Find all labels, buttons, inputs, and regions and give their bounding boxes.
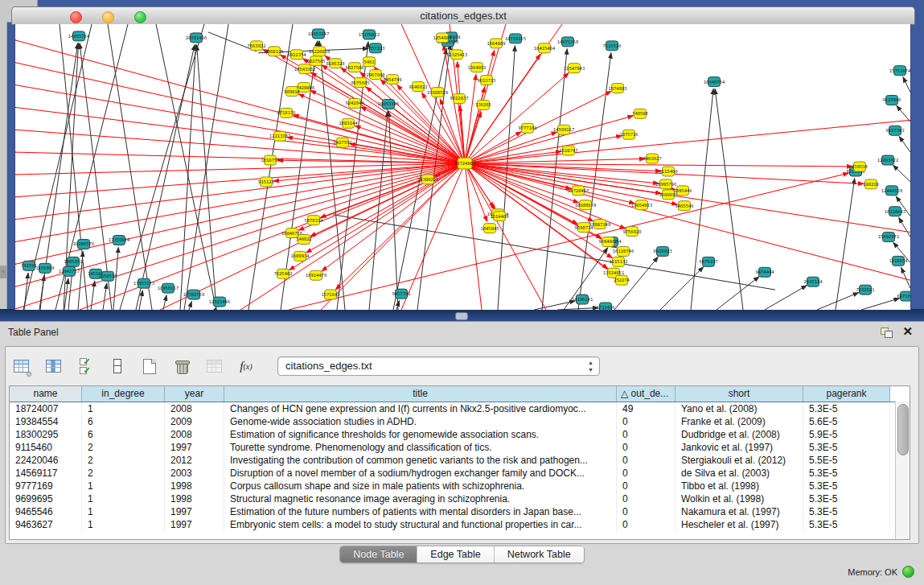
graph-node[interactable]: 9827508 (345, 63, 363, 72)
panel-collapse-handle[interactable]: ‹ (0, 266, 6, 278)
row-height-icon[interactable] (107, 356, 128, 377)
graph-node[interactable]: 8427552 (333, 138, 351, 147)
graph-node[interactable]: 8186328 (326, 59, 344, 68)
column-visibility-icon[interactable] (43, 356, 64, 377)
graph-node[interactable]: 159538 (852, 162, 868, 171)
graph-node[interactable]: 10688639 (575, 200, 596, 210)
graph-node[interactable]: 7857223 (366, 43, 384, 53)
graph-node[interactable]: 9474444 (755, 267, 774, 277)
graph-node[interactable]: 136265 (475, 100, 491, 109)
graph-node[interactable]: 19654923 (631, 200, 652, 210)
graph-node[interactable]: 15751074 (889, 66, 910, 76)
graph-node[interactable]: 989014 (284, 87, 301, 97)
graph-node[interactable]: 10415404 (534, 43, 556, 53)
graph-node[interactable]: 14196141 (572, 295, 593, 304)
graph-node[interactable]: 6479197 (699, 257, 717, 266)
table-row[interactable]: 1872400712008Changes of HCN gene express… (10, 402, 910, 415)
graph-node[interactable]: 1364091 (467, 63, 486, 72)
table-body[interactable]: 1872400712008Changes of HCN gene express… (10, 402, 910, 531)
column-header-out_de[interactable]: △ out_de... (617, 386, 676, 402)
graph-node[interactable]: 14055724 (68, 31, 90, 41)
tab-edge-table[interactable]: Edge Table (417, 546, 494, 562)
graph-node[interactable]: 1156869 (35, 263, 54, 273)
graph-node[interactable]: 9463627 (643, 154, 661, 163)
table-header-row[interactable]: namein_degreeyeartitle△ out_de...shortpa… (10, 386, 910, 402)
row-selection-icon[interactable]: ✓ ✓ (75, 356, 96, 377)
node-table[interactable]: namein_degreeyeartitle△ out_de...shortpa… (9, 385, 910, 540)
graph-node[interactable]: 108220 (863, 179, 879, 189)
graph-node[interactable]: 7625402 (273, 269, 292, 278)
table-row[interactable]: 946554611997Estimation of the future num… (10, 505, 910, 518)
graph-node[interactable]: 20691406 (186, 33, 207, 43)
graph-node[interactable]: 8675685 (351, 78, 369, 88)
hub-node[interactable]: 18724007 (454, 158, 475, 169)
table-row[interactable]: 946362711997Embryonic stem cells: a mode… (10, 518, 910, 531)
network-canvas[interactable]: 1872400714055724206914061065324715276022… (15, 24, 910, 310)
graph-node[interactable]: 10653247 (308, 29, 329, 39)
graph-node[interactable]: 1810755 (261, 155, 279, 165)
graph-node[interactable]: 252274 (614, 275, 630, 285)
graph-node[interactable]: 7515526 (602, 41, 621, 51)
graph-node[interactable]: 12093822 (877, 155, 898, 165)
graph-node[interactable]: 10719155 (505, 34, 526, 43)
graph-node[interactable]: 12942757 (59, 266, 80, 276)
table-row[interactable]: 969969511998Structural magnetic resonanc… (10, 492, 910, 505)
graph-node[interactable]: 18226058 (309, 47, 330, 56)
graph-node[interactable]: 1733426 (596, 303, 614, 310)
close-panel-icon[interactable]: ✕ (902, 324, 913, 339)
table-row[interactable]: 1456911722003Disruption of a novel membe… (10, 467, 910, 480)
graph-node[interactable]: 9465546 (675, 201, 693, 211)
tab-node-table[interactable]: Node Table (340, 546, 417, 562)
graph-node[interactable]: 12444158 (881, 186, 902, 196)
graph-node[interactable]: 20053346 (378, 99, 399, 109)
column-header-pagerank[interactable]: pagerank (803, 386, 890, 402)
graph-node[interactable]: 15720407 (568, 186, 589, 196)
network-window-titlebar[interactable]: citations_edges.txt (11, 6, 915, 25)
graph-node[interactable]: 9860125 (265, 47, 283, 56)
graph-node[interactable]: 16648784 (704, 77, 725, 87)
graph-node[interactable]: 8454749 (383, 75, 401, 84)
tab-network-table[interactable]: Network Table (495, 546, 584, 562)
table-row[interactable]: 1830029562008Estimation of significance … (10, 428, 910, 441)
column-header-title[interactable]: title (224, 386, 617, 402)
graph-node[interactable]: 15276022 (359, 30, 380, 39)
function-builder-icon[interactable]: f(x) (236, 356, 257, 377)
graph-node[interactable]: 16914479 (306, 270, 326, 280)
table-row[interactable]: 1938455462009Genome-wide association stu… (10, 415, 910, 428)
graph-node[interactable]: 9129966 (882, 96, 901, 105)
table-options-icon[interactable]: ⚙ (10, 356, 31, 377)
graph-node[interactable]: 391591 (21, 261, 37, 270)
graph-node[interactable]: 12923446 (209, 297, 230, 307)
graph-node[interactable]: 14671358 (557, 37, 578, 47)
graph-node[interactable]: 15692971 (878, 233, 899, 242)
graph-node[interactable]: 9756928 (622, 227, 641, 237)
graph-node[interactable]: 9115460 (659, 167, 677, 176)
column-header-short[interactable]: short (676, 386, 803, 402)
delete-table-icon[interactable] (171, 356, 192, 377)
graph-node[interactable]: 11547943 (564, 64, 585, 73)
graph-node[interactable]: 1210654 (889, 256, 908, 266)
graph-node[interactable]: 10958167 (158, 283, 179, 293)
network-view[interactable]: 1872400714055724206914061065324715276022… (14, 24, 911, 310)
table-selector-dropdown[interactable]: citations_edges.txt ▲▼ (277, 356, 600, 376)
graph-node[interactable]: 8938923 (653, 246, 671, 256)
graph-node[interactable]: 5461 (363, 57, 376, 67)
graph-node[interactable]: 9457791 (392, 289, 410, 299)
graph-node[interactable]: 915123 (258, 177, 274, 187)
table-row[interactable]: 911546021997Tourette syndrome. Phenomeno… (10, 441, 910, 454)
create-table-icon[interactable] (139, 356, 160, 377)
graph-node[interactable]: 9227343 (885, 126, 904, 135)
graph-node[interactable]: 17957273 (133, 278, 154, 288)
graph-node[interactable]: 16120746 (613, 246, 634, 256)
graph-node[interactable]: 1615132 (609, 257, 627, 266)
column-header-name[interactable]: name (10, 386, 82, 402)
graph-node[interactable]: 748508 (632, 109, 648, 118)
table-scrollbar[interactable] (895, 402, 910, 539)
graph-node[interactable]: 1975716 (619, 130, 638, 139)
graph-node[interactable]: 2803144 (339, 118, 358, 128)
graph-node[interactable]: 9613715 (477, 76, 495, 85)
panel-divider-grip[interactable] (455, 312, 468, 320)
graph-node[interactable]: 149822 (296, 235, 312, 245)
column-header-in_degree[interactable]: in_degree (82, 386, 165, 402)
column-header-year[interactable]: year (165, 386, 224, 402)
